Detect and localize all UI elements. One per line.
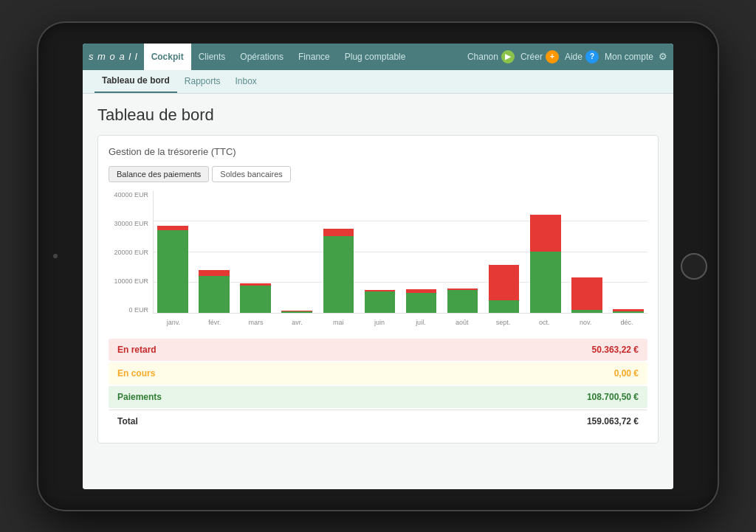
summary-paiements: Paiements 108.700,50 € bbox=[109, 386, 647, 408]
bar-red-1 bbox=[199, 270, 230, 276]
bar-group-3 bbox=[278, 191, 316, 313]
y-label-0: 0 EUR bbox=[128, 306, 148, 314]
total-value: 159.063,72 € bbox=[587, 416, 639, 426]
y-label-10k: 10000 EUR bbox=[114, 277, 148, 285]
x-label-11: déc. bbox=[606, 314, 647, 331]
settings-icon: ⚙ bbox=[659, 51, 667, 62]
paiements-label: Paiements bbox=[117, 392, 162, 402]
bar-stack-2 bbox=[236, 283, 275, 313]
logo: s m o a l l bbox=[89, 51, 138, 62]
x-label-5: juin bbox=[359, 314, 400, 331]
bar-group-1 bbox=[195, 191, 233, 313]
chart-bars bbox=[153, 191, 647, 314]
bar-group-2 bbox=[236, 191, 275, 313]
nav-item-plug-comptable[interactable]: Plug comptable bbox=[337, 44, 413, 70]
bar-green-1 bbox=[199, 276, 230, 313]
bar-group-6 bbox=[402, 191, 440, 313]
bar-green-2 bbox=[240, 286, 271, 313]
summary-en-cours: En cours 0,00 € bbox=[109, 362, 647, 384]
summary-total: Total 159.063,72 € bbox=[109, 410, 647, 432]
tablet-screen: s m o a l l Cockpit Clients Opérations F… bbox=[83, 44, 673, 489]
bar-group-11 bbox=[609, 191, 647, 313]
bar-group-5 bbox=[360, 191, 399, 313]
x-label-2: mars bbox=[236, 314, 277, 331]
y-axis-labels: 40000 EUR 30000 EUR 20000 EUR 10000 EUR … bbox=[109, 191, 153, 314]
subnav-tableau[interactable]: Tableau de bord bbox=[94, 69, 177, 93]
nav-item-finance[interactable]: Finance bbox=[291, 44, 337, 70]
tab-soldes[interactable]: Soldes bancaires bbox=[212, 166, 290, 182]
dashboard-card: Gestion de la trésorerie (TTC) Balance d… bbox=[97, 135, 659, 443]
x-label-1: févr. bbox=[194, 314, 236, 331]
bar-red-4 bbox=[323, 229, 354, 236]
bar-stack-1 bbox=[195, 270, 233, 313]
summary-en-retard: En retard 50.363,22 € bbox=[109, 339, 647, 361]
summary-section: En retard 50.363,22 € En cours 0,00 € Pa… bbox=[109, 339, 647, 432]
bar-green-7 bbox=[447, 290, 478, 313]
bar-group-8 bbox=[485, 191, 523, 313]
paiements-value: 108.700,50 € bbox=[587, 392, 639, 402]
aide-icon: ? bbox=[585, 50, 599, 63]
x-label-6: juil. bbox=[400, 314, 441, 331]
bar-stack-5 bbox=[360, 290, 399, 313]
bar-red-9 bbox=[530, 215, 561, 252]
main-content: Tableau de bord Gestion de la trésorerie… bbox=[83, 94, 673, 489]
bar-stack-9 bbox=[526, 215, 565, 313]
en-retard-label: En retard bbox=[117, 345, 157, 355]
x-label-7: août bbox=[441, 314, 483, 331]
top-nav: s m o a l l Cockpit Clients Opérations F… bbox=[83, 44, 673, 70]
chart-tabs: Balance des paiements Soldes bancaires bbox=[109, 166, 647, 182]
x-axis-labels: janv.févr.marsavr.maijuinjuil.aoûtsept.o… bbox=[153, 314, 647, 331]
bar-stack-7 bbox=[444, 289, 482, 313]
company-icon: ▶ bbox=[501, 50, 515, 63]
bar-stack-0 bbox=[154, 226, 192, 313]
bar-group-10 bbox=[568, 191, 606, 313]
bar-green-3 bbox=[281, 311, 312, 313]
bar-group-7 bbox=[444, 191, 482, 313]
bar-green-8 bbox=[489, 300, 520, 313]
bar-green-0 bbox=[157, 230, 188, 313]
nav-item-clients[interactable]: Clients bbox=[191, 44, 233, 70]
aide-button[interactable]: Aide ? bbox=[565, 50, 599, 63]
bar-red-10 bbox=[571, 277, 602, 310]
bar-group-9 bbox=[526, 191, 565, 313]
bar-green-11 bbox=[613, 311, 644, 313]
bar-green-5 bbox=[365, 291, 396, 313]
nav-item-cockpit[interactable]: Cockpit bbox=[144, 44, 191, 70]
bar-green-9 bbox=[530, 252, 561, 313]
bar-group-0 bbox=[154, 191, 192, 313]
bar-group-4 bbox=[319, 191, 357, 313]
tab-balance[interactable]: Balance des paiements bbox=[109, 166, 209, 182]
tablet-frame: s m o a l l Cockpit Clients Opérations F… bbox=[38, 23, 718, 510]
bar-green-10 bbox=[571, 310, 602, 313]
bar-stack-8 bbox=[485, 265, 523, 313]
x-label-9: oct. bbox=[523, 314, 565, 331]
create-icon: + bbox=[546, 50, 559, 63]
en-cours-value: 0,00 € bbox=[614, 368, 639, 379]
y-label-20k: 20000 EUR bbox=[114, 249, 148, 256]
account-button[interactable]: Mon compte ⚙ bbox=[605, 51, 667, 62]
create-button[interactable]: Créer + bbox=[520, 50, 559, 63]
chart-container: 40000 EUR 30000 EUR 20000 EUR 10000 EUR … bbox=[109, 191, 647, 331]
x-label-0: janv. bbox=[153, 314, 194, 331]
page-title: Tableau de bord bbox=[97, 106, 659, 125]
card-title: Gestion de la trésorerie (TTC) bbox=[109, 146, 647, 157]
bar-stack-6 bbox=[402, 289, 440, 313]
nav-items: Cockpit Clients Opérations Finance Plug … bbox=[144, 44, 467, 70]
en-cours-label: En cours bbox=[117, 368, 155, 379]
en-retard-value: 50.363,22 € bbox=[592, 345, 639, 355]
x-label-10: nov. bbox=[565, 314, 606, 331]
total-label: Total bbox=[117, 416, 138, 426]
nav-item-operations[interactable]: Opérations bbox=[233, 44, 291, 70]
subnav-inbox[interactable]: Inbox bbox=[228, 69, 264, 93]
x-label-8: sept. bbox=[483, 314, 524, 331]
y-label-30k: 30000 EUR bbox=[114, 220, 148, 227]
subnav-rapports[interactable]: Rapports bbox=[177, 69, 228, 93]
nav-right: Chanon ▶ Créer + Aide ? Mon compte ⚙ bbox=[467, 50, 667, 63]
bar-green-6 bbox=[406, 293, 437, 313]
bar-stack-4 bbox=[319, 229, 357, 313]
company-selector[interactable]: Chanon ▶ bbox=[467, 50, 515, 63]
bar-stack-10 bbox=[568, 277, 606, 313]
y-label-40k: 40000 EUR bbox=[114, 191, 148, 198]
sub-nav: Tableau de bord Rapports Inbox bbox=[83, 70, 673, 94]
bar-stack-11 bbox=[609, 309, 647, 313]
